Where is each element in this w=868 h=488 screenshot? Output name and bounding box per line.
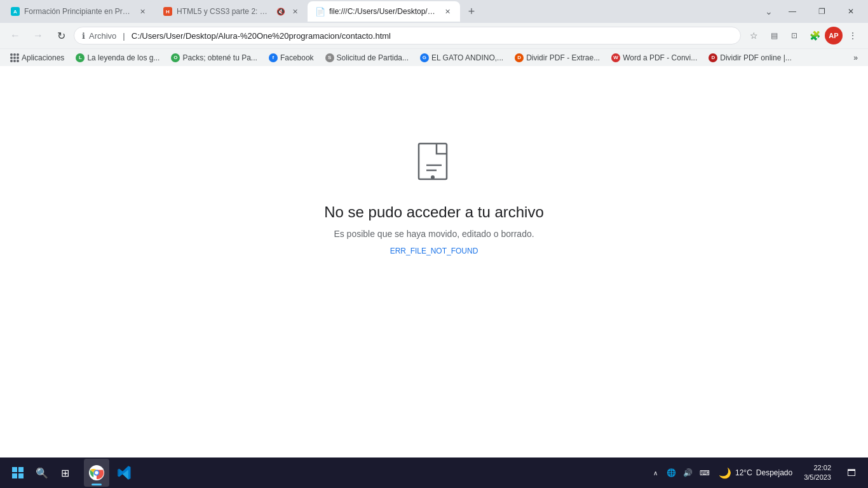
address-bar[interactable]: ℹ Archivo | C:/Users/User/Desktop/Alura-… <box>74 27 741 44</box>
tab-1[interactable]: A Formación Principiante en Progra ✕ <box>3 1 155 22</box>
bookmark-7[interactable]: W Word a PDF - Convi... <box>606 51 702 65</box>
task-view-icon: ⊞ <box>61 467 69 479</box>
task-view-button[interactable]: ⊞ <box>53 461 76 484</box>
clock-date: 3/5/2023 <box>804 473 831 482</box>
error-subtitle: Es posible que se haya movido, editado o… <box>334 229 534 239</box>
bookmarks-more-button[interactable]: » <box>848 51 863 65</box>
title-bar: A Formación Principiante en Progra ✕ H H… <box>0 0 868 23</box>
bookmark-6-label: Dividir PDF - Extrae... <box>526 53 600 62</box>
notification-center-button[interactable]: 🗖 <box>840 461 863 484</box>
bookmark-1[interactable]: L La leyenda de los g... <box>71 51 165 65</box>
new-tab-button[interactable]: + <box>463 3 480 20</box>
close-button[interactable]: ✕ <box>836 0 865 23</box>
bookmark-4[interactable]: S Solicitud de Partida... <box>320 51 414 65</box>
bookmark-7-label: Word a PDF - Convi... <box>623 53 697 62</box>
taskbar-search-button[interactable]: 🔍 <box>31 461 53 484</box>
taskbar-clock[interactable]: 22:02 3/5/2023 <box>799 463 836 483</box>
bookmark-4-label: Solicitud de Partida... <box>337 53 409 62</box>
address-url: C:/Users/User/Desktop/Alura-%20One%20pro… <box>132 31 733 41</box>
bookmark-6[interactable]: D Dividir PDF - Extrae... <box>510 51 605 65</box>
volume-tray-icon[interactable]: 🔊 <box>681 465 696 480</box>
bookmark-5-label: EL GATO ANDINO,... <box>431 53 503 62</box>
bookmark-7-favicon: W <box>611 53 620 62</box>
svg-rect-0 <box>419 144 447 179</box>
bookmarks-apps-item[interactable]: Aplicaciones <box>5 51 69 65</box>
address-protocol-icon: ℹ <box>82 31 85 41</box>
error-code[interactable]: ERR_FILE_NOT_FOUND <box>390 247 478 255</box>
tab-3-title: file:///C:/Users/User/Desktop/Al... <box>329 7 438 16</box>
tab-2-close-button[interactable]: ✕ <box>290 6 300 17</box>
network-tray-icon[interactable]: 🌐 <box>664 465 679 480</box>
keyboard-tray-icon[interactable]: ⌨ <box>697 465 712 480</box>
bookmarks-apps-label: Aplicaciones <box>22 53 64 62</box>
svg-point-3 <box>431 175 435 179</box>
tab-3-favicon: 📄 <box>315 6 325 17</box>
bookmark-2[interactable]: O Packs; obtené tu Pa... <box>166 51 262 65</box>
apps-grid-icon <box>10 53 19 62</box>
forward-button[interactable]: → <box>28 25 48 46</box>
tab-3-close-button[interactable]: ✕ <box>442 6 452 17</box>
windows-logo-icon <box>12 467 24 478</box>
bookmark-8[interactable]: D Dividir PDF online |... <box>703 51 796 65</box>
page-content: No se pudo acceder a tu archivo Es posib… <box>0 66 868 458</box>
tab-list-button[interactable]: ⌄ <box>760 3 778 20</box>
address-bar-container: ℹ Archivo | C:/Users/User/Desktop/Alura-… <box>74 27 741 44</box>
tab-1-favicon: A <box>10 6 20 17</box>
reload-button[interactable]: ↻ <box>51 25 71 46</box>
weather-temperature: 12°C <box>735 468 752 477</box>
tab-2[interactable]: H HTML5 y CSS3 parte 2: Posic 🔇 ✕ <box>155 1 308 22</box>
system-tray: 🌐 🔊 ⌨ <box>664 465 712 480</box>
taskbar-apps <box>84 459 137 487</box>
tab-3[interactable]: 📄 file:///C:/Users/User/Desktop/Al... ✕ <box>308 1 460 22</box>
html-favicon-icon: H <box>163 7 172 16</box>
profile-button[interactable]: AP <box>825 27 843 44</box>
taskbar-right: ∧ 🌐 🔊 ⌨ 🌙 12°C Despejado 22:02 3/5/2023 … <box>651 461 863 484</box>
error-title: No se pudo acceder a tu archivo <box>324 203 544 221</box>
taskbar: 🔍 ⊞ <box>0 458 868 488</box>
tab-2-title: HTML5 y CSS3 parte 2: Posic <box>177 7 272 16</box>
bookmark-8-favicon: D <box>709 53 717 62</box>
tab-1-close-button[interactable]: ✕ <box>137 6 147 17</box>
tab-2-speaker-icon: 🔇 <box>276 6 286 17</box>
nav-actions: ☆ ▤ ⊡ 🧩 AP ⋮ <box>743 25 863 46</box>
bookmark-6-favicon: D <box>515 53 524 62</box>
address-protocol-label: Archivo <box>89 31 116 41</box>
browser-frame: A Formación Principiante en Progra ✕ H H… <box>0 0 868 488</box>
back-button[interactable]: ← <box>5 25 25 46</box>
bookmark-3[interactable]: f Facebook <box>264 51 319 65</box>
clock-time: 22:02 <box>813 463 831 473</box>
system-tray-expand-button[interactable]: ∧ <box>651 467 660 479</box>
error-file-icon <box>414 142 454 188</box>
bookmark-1-favicon: L <box>76 53 85 62</box>
weather-icon: 🌙 <box>719 467 731 479</box>
bookmark-4-favicon: S <box>325 53 334 62</box>
tab-2-favicon: H <box>163 6 173 17</box>
bookmark-5[interactable]: G EL GATO ANDINO,... <box>415 51 508 65</box>
bookmark-2-label: Packs; obtené tu Pa... <box>182 53 257 62</box>
reading-mode-button[interactable]: ▤ <box>764 25 784 46</box>
alura-favicon-icon: A <box>11 7 20 16</box>
chrome-logo-icon <box>89 465 104 480</box>
svg-point-7 <box>95 471 98 475</box>
nav-bar: ← → ↻ ℹ Archivo | C:/Users/User/Desktop/… <box>0 23 868 48</box>
bookmark-3-label: Facebook <box>280 53 314 62</box>
taskbar-vscode-app[interactable] <box>112 459 137 487</box>
bookmarks-bar: Aplicaciones L La leyenda de los g... O … <box>0 48 868 66</box>
restore-button[interactable]: ❐ <box>807 0 836 23</box>
weather-widget[interactable]: 🌙 12°C Despejado <box>716 467 795 479</box>
minimize-button[interactable]: — <box>778 0 807 23</box>
menu-button[interactable]: ⋮ <box>843 25 863 46</box>
bookmark-star-button[interactable]: ☆ <box>743 25 764 46</box>
bookmark-8-label: Dividir PDF online |... <box>720 53 791 62</box>
screenshot-button[interactable]: ⊡ <box>784 25 804 46</box>
weather-condition: Despejado <box>756 468 792 477</box>
notification-icon: 🗖 <box>847 468 856 478</box>
start-button[interactable] <box>5 460 31 485</box>
taskbar-chrome-app[interactable] <box>84 459 109 487</box>
search-icon: 🔍 <box>36 467 48 479</box>
address-separator: | <box>123 31 125 41</box>
tab-1-title: Formación Principiante en Progra <box>24 7 133 16</box>
bookmark-5-favicon: G <box>420 53 429 62</box>
extensions-button[interactable]: 🧩 <box>804 25 825 46</box>
bookmark-2-favicon: O <box>171 53 180 62</box>
